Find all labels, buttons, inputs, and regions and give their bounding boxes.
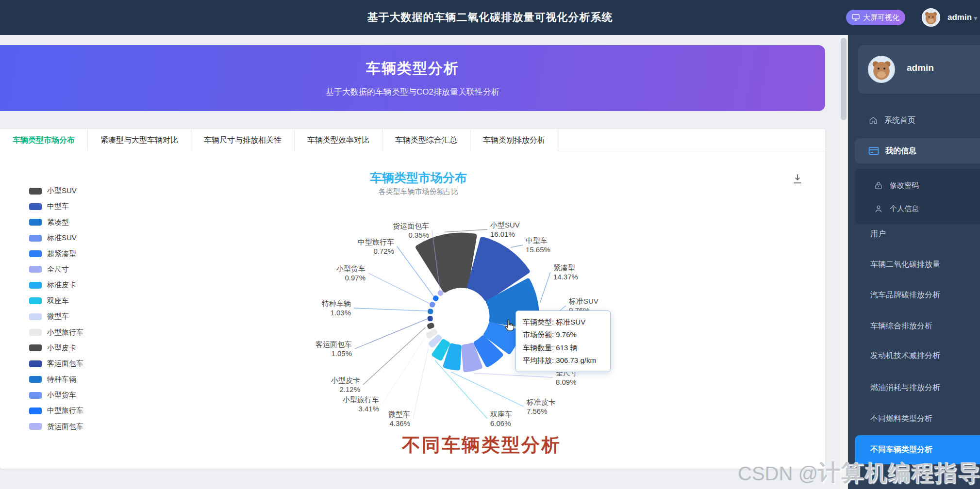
- sidebar-item-change-password[interactable]: 修改密码: [855, 176, 980, 195]
- legend-label: 客运面包车: [47, 359, 83, 368]
- legend-item[interactable]: 客运面包车: [29, 359, 83, 368]
- legend-item[interactable]: 紧凑型: [29, 218, 83, 227]
- legend-item[interactable]: 特种车辆: [29, 375, 83, 384]
- legend-swatch: [29, 235, 42, 242]
- person-icon: [874, 205, 883, 213]
- pie-slice[interactable]: [432, 304, 433, 306]
- slice-label: 小型SUV16.01%: [490, 221, 520, 238]
- label-line: [413, 348, 429, 419]
- sidebar-item-7[interactable]: 不同燃料类型分析: [870, 414, 932, 424]
- legend-label: 标准皮卡: [47, 280, 76, 290]
- legend-label: 双座车: [47, 296, 69, 306]
- big-screen-button[interactable]: 大屏可视化: [846, 10, 905, 25]
- slice-label: 客运面包车1.05%: [316, 340, 352, 358]
- sidebar-item-5[interactable]: 发动机技术减排分析: [870, 351, 940, 361]
- chevron-down-icon[interactable]: ▼: [973, 15, 979, 22]
- legend-swatch: [29, 282, 42, 289]
- legend-item[interactable]: 中型旅行车: [29, 406, 83, 415]
- slice-label: 特种车辆1.03%: [321, 299, 351, 317]
- legend-swatch: [29, 313, 42, 320]
- label-line: [474, 373, 553, 377]
- label-line: [511, 245, 523, 247]
- label-line: [368, 273, 430, 304]
- sidebar-item-6[interactable]: 燃油消耗与排放分析: [870, 383, 940, 393]
- label-line: [363, 327, 425, 385]
- sidebar-item-profile[interactable]: 个人信息: [855, 199, 980, 218]
- legend-item[interactable]: 小型旅行车: [29, 328, 83, 337]
- sidebar-submenu: 修改密码 个人信息: [855, 169, 980, 224]
- sidebar-item-3[interactable]: 汽车品牌碳排放分析: [870, 290, 940, 300]
- slice-label: 小型旅行车3.41%: [342, 395, 379, 413]
- legend-item[interactable]: 小型货车: [29, 391, 83, 400]
- page-subtitle: 基于大数据的车辆类型与CO2排放量关联性分析: [326, 86, 499, 98]
- label-line: [540, 272, 550, 303]
- pie-slice[interactable]: [435, 298, 436, 299]
- monitor-icon: [852, 14, 860, 21]
- pie-slice[interactable]: [430, 311, 431, 312]
- sidebar-item-8[interactable]: 不同车辆类型分析: [870, 445, 932, 455]
- legend-swatch: [29, 344, 42, 351]
- home-icon: [868, 115, 879, 125]
- legend-item[interactable]: 全尺寸: [29, 265, 83, 274]
- pie-slice[interactable]: [430, 325, 432, 327]
- slice-label: 中型车15.65%: [526, 236, 550, 254]
- app-title: 基于大数据的车辆二氧化碳排放量可视化分析系统: [0, 0, 980, 35]
- legend-label: 中型车: [47, 202, 69, 211]
- avatar: [868, 56, 895, 83]
- legend-item[interactable]: 中型车: [29, 202, 83, 211]
- legend-item[interactable]: 双座车: [29, 296, 83, 306]
- pie-slice[interactable]: [428, 331, 435, 336]
- sidebar-item-4[interactable]: 车辆综合排放分析: [870, 321, 932, 331]
- sidebar-item-my-info[interactable]: 我的信息: [855, 138, 980, 163]
- slice-label: 小型皮卡2.12%: [331, 376, 360, 393]
- pie-slice[interactable]: [430, 318, 431, 319]
- tooltip-row: 车辆数量: 613 辆: [523, 342, 603, 354]
- legend-item[interactable]: 标准皮卡: [29, 280, 83, 290]
- sidebar-user-card[interactable]: admin: [858, 45, 980, 94]
- legend-swatch: [29, 250, 42, 257]
- legend-swatch: [29, 423, 42, 430]
- chart-tooltip: 车辆类型: 标准SUV市场份额: 9.76%车辆数量: 613 辆平均排放: 3…: [515, 310, 611, 372]
- sidebar-item-2[interactable]: 车辆二氧化碳排放量: [870, 260, 940, 270]
- legend-label: 特种车辆: [47, 375, 76, 384]
- username[interactable]: admin: [947, 0, 972, 35]
- slice-label: 小型货车0.97%: [336, 264, 365, 282]
- pie-slice[interactable]: [431, 337, 439, 345]
- right-sidebar: admin 系统首页 我的信息 修改密码 个人信息 用户车辆二氧化碳排放量汽车品…: [848, 35, 980, 489]
- slice-label: 货运面包车0.35%: [393, 222, 429, 239]
- legend-swatch: [29, 219, 42, 226]
- tooltip-row: 市场份额: 9.76%: [523, 328, 603, 341]
- pie-slice[interactable]: [418, 235, 475, 291]
- page-banner: 车辆类型分析 基于大数据的车辆类型与CO2排放量关联性分析: [0, 45, 825, 111]
- legend-item[interactable]: 超紧凑型: [29, 249, 83, 259]
- scrollbar[interactable]: [840, 35, 847, 489]
- legend-item[interactable]: 标准SUV: [29, 233, 83, 243]
- legend-swatch: [29, 188, 42, 195]
- legend-label: 小型SUV: [47, 186, 77, 196]
- rose-chart: 小型SUV16.01%中型车15.65%紧凑型14.37%标准SUV9.76%全…: [0, 148, 825, 469]
- legend-swatch: [29, 329, 42, 336]
- legend-swatch: [29, 376, 42, 383]
- tooltip-row: 车辆类型: 标准SUV: [523, 316, 603, 328]
- tooltip-row: 平均排放: 306.73 g/km: [523, 354, 603, 367]
- legend-label: 紧凑型: [47, 218, 69, 227]
- page-title: 车辆类型分析: [366, 59, 459, 79]
- legend-label: 小型货车: [47, 391, 76, 400]
- sidebar-item-home[interactable]: 系统首页: [848, 110, 980, 131]
- legend-item[interactable]: 微型车: [29, 312, 83, 321]
- legend-label: 超紧凑型: [47, 249, 76, 259]
- legend-label: 小型皮卡: [47, 343, 76, 353]
- download-icon[interactable]: [791, 173, 805, 186]
- legend-item[interactable]: 货运面包车: [29, 422, 83, 431]
- sidebar-item-1[interactable]: 用户: [870, 229, 886, 239]
- chart-title: 车辆类型市场分布: [370, 170, 467, 186]
- chart-legend: 小型SUV中型车紧凑型标准SUV超紧凑型全尺寸标准皮卡双座车微型车小型旅行车小型…: [29, 186, 83, 438]
- legend-item[interactable]: 小型皮卡: [29, 343, 83, 353]
- legend-item[interactable]: 小型SUV: [29, 186, 83, 196]
- slice-label: 紧凑型14.37%: [553, 263, 578, 281]
- scrollbar-thumb[interactable]: [841, 38, 847, 120]
- chart-subtitle: 各类型车辆市场份额占比: [379, 187, 459, 196]
- legend-label: 货运面包车: [47, 422, 83, 431]
- legend-swatch: [29, 266, 42, 273]
- avatar[interactable]: [922, 8, 940, 27]
